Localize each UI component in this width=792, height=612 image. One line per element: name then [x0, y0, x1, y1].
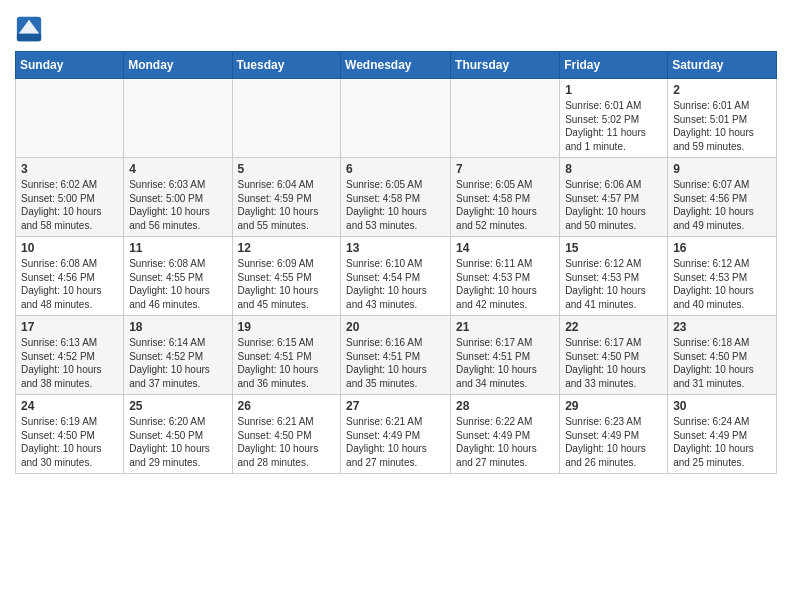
calendar-cell — [341, 79, 451, 158]
day-info: Sunrise: 6:10 AM Sunset: 4:54 PM Dayligh… — [346, 257, 445, 311]
day-info: Sunrise: 6:09 AM Sunset: 4:55 PM Dayligh… — [238, 257, 336, 311]
weekday-header: Sunday — [16, 52, 124, 79]
day-number: 18 — [129, 320, 226, 334]
day-number: 2 — [673, 83, 771, 97]
day-info: Sunrise: 6:12 AM Sunset: 4:53 PM Dayligh… — [565, 257, 662, 311]
calendar-cell: 29Sunrise: 6:23 AM Sunset: 4:49 PM Dayli… — [560, 395, 668, 474]
day-number: 20 — [346, 320, 445, 334]
day-info: Sunrise: 6:14 AM Sunset: 4:52 PM Dayligh… — [129, 336, 226, 390]
day-info: Sunrise: 6:01 AM Sunset: 5:02 PM Dayligh… — [565, 99, 662, 153]
day-number: 16 — [673, 241, 771, 255]
calendar-cell — [232, 79, 341, 158]
weekday-header: Friday — [560, 52, 668, 79]
calendar-cell: 28Sunrise: 6:22 AM Sunset: 4:49 PM Dayli… — [451, 395, 560, 474]
logo-icon — [15, 15, 43, 43]
calendar-cell: 11Sunrise: 6:08 AM Sunset: 4:55 PM Dayli… — [124, 237, 232, 316]
day-info: Sunrise: 6:16 AM Sunset: 4:51 PM Dayligh… — [346, 336, 445, 390]
day-info: Sunrise: 6:05 AM Sunset: 4:58 PM Dayligh… — [456, 178, 554, 232]
calendar-cell: 18Sunrise: 6:14 AM Sunset: 4:52 PM Dayli… — [124, 316, 232, 395]
weekday-header: Monday — [124, 52, 232, 79]
calendar-cell: 4Sunrise: 6:03 AM Sunset: 5:00 PM Daylig… — [124, 158, 232, 237]
weekday-header: Tuesday — [232, 52, 341, 79]
day-info: Sunrise: 6:20 AM Sunset: 4:50 PM Dayligh… — [129, 415, 226, 469]
calendar-cell: 14Sunrise: 6:11 AM Sunset: 4:53 PM Dayli… — [451, 237, 560, 316]
weekday-header: Wednesday — [341, 52, 451, 79]
day-number: 3 — [21, 162, 118, 176]
day-info: Sunrise: 6:07 AM Sunset: 4:56 PM Dayligh… — [673, 178, 771, 232]
calendar-cell: 30Sunrise: 6:24 AM Sunset: 4:49 PM Dayli… — [668, 395, 777, 474]
day-number: 30 — [673, 399, 771, 413]
day-number: 28 — [456, 399, 554, 413]
calendar-cell: 15Sunrise: 6:12 AM Sunset: 4:53 PM Dayli… — [560, 237, 668, 316]
svg-rect-2 — [17, 34, 41, 41]
calendar-cell: 25Sunrise: 6:20 AM Sunset: 4:50 PM Dayli… — [124, 395, 232, 474]
day-info: Sunrise: 6:22 AM Sunset: 4:49 PM Dayligh… — [456, 415, 554, 469]
day-number: 9 — [673, 162, 771, 176]
calendar-table: SundayMondayTuesdayWednesdayThursdayFrid… — [15, 51, 777, 474]
day-info: Sunrise: 6:11 AM Sunset: 4:53 PM Dayligh… — [456, 257, 554, 311]
day-number: 26 — [238, 399, 336, 413]
day-info: Sunrise: 6:08 AM Sunset: 4:56 PM Dayligh… — [21, 257, 118, 311]
calendar-cell: 12Sunrise: 6:09 AM Sunset: 4:55 PM Dayli… — [232, 237, 341, 316]
day-info: Sunrise: 6:01 AM Sunset: 5:01 PM Dayligh… — [673, 99, 771, 153]
day-info: Sunrise: 6:23 AM Sunset: 4:49 PM Dayligh… — [565, 415, 662, 469]
calendar-cell: 26Sunrise: 6:21 AM Sunset: 4:50 PM Dayli… — [232, 395, 341, 474]
day-info: Sunrise: 6:21 AM Sunset: 4:49 PM Dayligh… — [346, 415, 445, 469]
day-number: 19 — [238, 320, 336, 334]
calendar-cell: 3Sunrise: 6:02 AM Sunset: 5:00 PM Daylig… — [16, 158, 124, 237]
day-number: 14 — [456, 241, 554, 255]
day-info: Sunrise: 6:05 AM Sunset: 4:58 PM Dayligh… — [346, 178, 445, 232]
day-info: Sunrise: 6:03 AM Sunset: 5:00 PM Dayligh… — [129, 178, 226, 232]
logo — [15, 15, 47, 43]
day-number: 1 — [565, 83, 662, 97]
day-number: 5 — [238, 162, 336, 176]
day-number: 25 — [129, 399, 226, 413]
calendar-cell: 24Sunrise: 6:19 AM Sunset: 4:50 PM Dayli… — [16, 395, 124, 474]
calendar-cell: 9Sunrise: 6:07 AM Sunset: 4:56 PM Daylig… — [668, 158, 777, 237]
day-number: 11 — [129, 241, 226, 255]
calendar-cell — [16, 79, 124, 158]
day-number: 29 — [565, 399, 662, 413]
calendar-cell: 2Sunrise: 6:01 AM Sunset: 5:01 PM Daylig… — [668, 79, 777, 158]
day-info: Sunrise: 6:08 AM Sunset: 4:55 PM Dayligh… — [129, 257, 226, 311]
day-info: Sunrise: 6:17 AM Sunset: 4:50 PM Dayligh… — [565, 336, 662, 390]
calendar-cell: 7Sunrise: 6:05 AM Sunset: 4:58 PM Daylig… — [451, 158, 560, 237]
day-number: 13 — [346, 241, 445, 255]
day-number: 17 — [21, 320, 118, 334]
day-number: 24 — [21, 399, 118, 413]
day-info: Sunrise: 6:02 AM Sunset: 5:00 PM Dayligh… — [21, 178, 118, 232]
calendar-cell: 1Sunrise: 6:01 AM Sunset: 5:02 PM Daylig… — [560, 79, 668, 158]
day-number: 23 — [673, 320, 771, 334]
calendar-cell: 17Sunrise: 6:13 AM Sunset: 4:52 PM Dayli… — [16, 316, 124, 395]
calendar-cell: 10Sunrise: 6:08 AM Sunset: 4:56 PM Dayli… — [16, 237, 124, 316]
page-header — [15, 10, 777, 43]
calendar-cell: 6Sunrise: 6:05 AM Sunset: 4:58 PM Daylig… — [341, 158, 451, 237]
day-info: Sunrise: 6:19 AM Sunset: 4:50 PM Dayligh… — [21, 415, 118, 469]
day-info: Sunrise: 6:21 AM Sunset: 4:50 PM Dayligh… — [238, 415, 336, 469]
calendar-cell: 5Sunrise: 6:04 AM Sunset: 4:59 PM Daylig… — [232, 158, 341, 237]
day-number: 22 — [565, 320, 662, 334]
day-info: Sunrise: 6:04 AM Sunset: 4:59 PM Dayligh… — [238, 178, 336, 232]
day-number: 4 — [129, 162, 226, 176]
day-number: 10 — [21, 241, 118, 255]
calendar-cell: 23Sunrise: 6:18 AM Sunset: 4:50 PM Dayli… — [668, 316, 777, 395]
calendar-cell: 20Sunrise: 6:16 AM Sunset: 4:51 PM Dayli… — [341, 316, 451, 395]
calendar-cell: 22Sunrise: 6:17 AM Sunset: 4:50 PM Dayli… — [560, 316, 668, 395]
weekday-header: Saturday — [668, 52, 777, 79]
day-number: 8 — [565, 162, 662, 176]
calendar-cell: 8Sunrise: 6:06 AM Sunset: 4:57 PM Daylig… — [560, 158, 668, 237]
day-number: 21 — [456, 320, 554, 334]
calendar-cell: 27Sunrise: 6:21 AM Sunset: 4:49 PM Dayli… — [341, 395, 451, 474]
weekday-header: Thursday — [451, 52, 560, 79]
day-number: 15 — [565, 241, 662, 255]
calendar-cell — [124, 79, 232, 158]
calendar-cell: 16Sunrise: 6:12 AM Sunset: 4:53 PM Dayli… — [668, 237, 777, 316]
day-info: Sunrise: 6:12 AM Sunset: 4:53 PM Dayligh… — [673, 257, 771, 311]
day-info: Sunrise: 6:13 AM Sunset: 4:52 PM Dayligh… — [21, 336, 118, 390]
day-number: 12 — [238, 241, 336, 255]
day-info: Sunrise: 6:17 AM Sunset: 4:51 PM Dayligh… — [456, 336, 554, 390]
day-info: Sunrise: 6:24 AM Sunset: 4:49 PM Dayligh… — [673, 415, 771, 469]
calendar-cell: 13Sunrise: 6:10 AM Sunset: 4:54 PM Dayli… — [341, 237, 451, 316]
day-number: 7 — [456, 162, 554, 176]
day-number: 27 — [346, 399, 445, 413]
